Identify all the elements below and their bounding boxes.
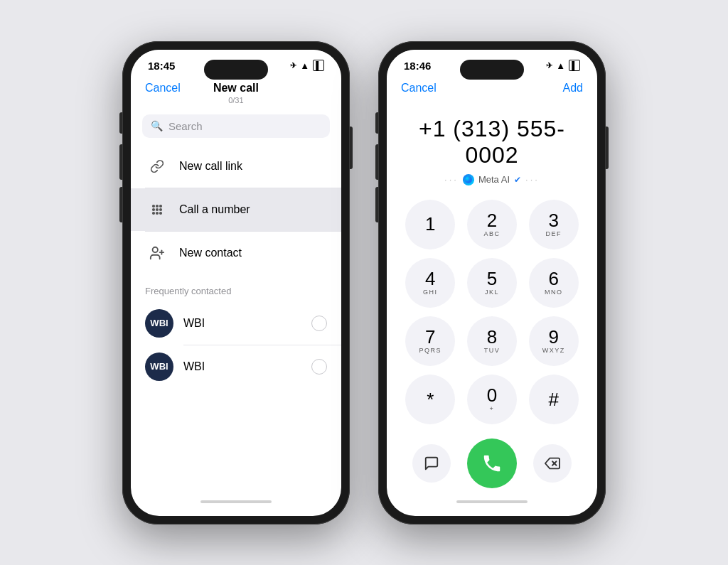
cancel-button-1[interactable]: Cancel	[145, 82, 181, 95]
battery-icon-2: ▌	[569, 60, 580, 71]
contact-avatar-2: WBI	[145, 353, 173, 381]
cancel-button-2[interactable]: Cancel	[401, 82, 437, 95]
phone-2-screen: 18:46 ✈ ▲ ▌ Cancel Add +1 (313) 555-0002…	[387, 50, 597, 516]
home-indicator-2	[456, 500, 528, 503]
contact-radio-2[interactable]	[311, 359, 327, 375]
airplane-icon-2: ✈	[546, 61, 552, 70]
svg-point-12	[465, 176, 472, 183]
contact-name-2: WBI	[183, 360, 301, 373]
key-star[interactable]: *	[405, 375, 455, 424]
meta-ai-row: ··· Meta AI ✔ ···	[387, 171, 597, 197]
meta-ai-dots-right: ···	[525, 174, 540, 185]
meta-ai-check-icon: ✔	[514, 175, 521, 185]
status-time-1: 18:45	[148, 60, 175, 72]
dialpad-icon	[145, 198, 169, 222]
meta-ai-label: Meta AI	[478, 174, 510, 185]
key-6[interactable]: 6 MNO	[529, 258, 579, 308]
status-time-2: 18:46	[404, 60, 431, 72]
svg-point-7	[156, 212, 159, 214]
svg-point-8	[160, 212, 162, 214]
keypad: 1 2 ABC 3 DEF 4 GHI 5 JKL	[387, 197, 597, 433]
menu-item-call-number[interactable]: Call a number	[131, 188, 341, 231]
meta-ai-icon	[463, 174, 474, 185]
svg-point-2	[160, 205, 162, 207]
link-icon	[145, 154, 169, 178]
key-9[interactable]: 9 WXYZ	[529, 316, 579, 366]
key-7[interactable]: 7 PQRS	[405, 316, 455, 366]
key-2[interactable]: 2 ABC	[467, 200, 517, 249]
svg-point-3	[153, 208, 155, 210]
new-contact-icon	[145, 241, 169, 265]
battery-icon: ▌	[313, 60, 324, 71]
backspace-button[interactable]	[533, 444, 572, 483]
wifi-icon: ▲	[300, 60, 309, 71]
menu-item-new-call-link[interactable]: New call link	[131, 145, 341, 188]
svg-point-5	[160, 208, 162, 210]
wifi-icon-2: ▲	[556, 60, 565, 71]
key-8[interactable]: 8 TUV	[467, 316, 517, 366]
key-5[interactable]: 5 JKL	[467, 258, 517, 308]
meta-ai-dots-left: ···	[444, 174, 459, 185]
dialer-actions	[387, 433, 597, 516]
new-contact-label: New contact	[179, 247, 242, 259]
phone-2: 18:46 ✈ ▲ ▌ Cancel Add +1 (313) 555-0002…	[378, 41, 606, 524]
message-button[interactable]	[412, 444, 451, 483]
key-1[interactable]: 1	[405, 200, 455, 249]
nav-title-block-1: New call 0/31	[213, 82, 259, 104]
phones-container: 18:45 ✈ ▲ ▌ Cancel New call 0/31 🔍	[122, 41, 606, 524]
home-indicator-1	[200, 500, 272, 503]
dynamic-island-1	[204, 60, 268, 80]
call-number-label: Call a number	[179, 203, 250, 216]
key-0[interactable]: 0 +	[467, 375, 517, 424]
status-icons-1: ✈ ▲ ▌	[290, 60, 324, 71]
nav-bar-2: Cancel Add	[387, 77, 597, 102]
add-button[interactable]: Add	[563, 82, 583, 95]
status-icons-2: ✈ ▲ ▌	[546, 60, 580, 71]
search-bar-1[interactable]: 🔍 Search	[142, 114, 330, 138]
nav-title-1: New call	[213, 82, 259, 95]
svg-point-0	[153, 205, 155, 207]
key-4[interactable]: 4 GHI	[405, 258, 455, 308]
section-header: Frequently contacted	[131, 274, 341, 302]
svg-point-6	[153, 212, 155, 214]
dynamic-island-2	[460, 60, 524, 80]
phone-1-screen: 18:45 ✈ ▲ ▌ Cancel New call 0/31 🔍	[131, 50, 341, 516]
phone-1: 18:45 ✈ ▲ ▌ Cancel New call 0/31 🔍	[122, 41, 350, 524]
svg-point-9	[153, 247, 158, 252]
search-placeholder: Search	[168, 120, 203, 132]
menu-item-new-contact[interactable]: New contact	[131, 232, 341, 274]
new-call-link-label: New call link	[179, 160, 242, 173]
contact-radio-1[interactable]	[311, 316, 327, 331]
airplane-icon: ✈	[290, 61, 296, 70]
contact-row-1[interactable]: WBI WBI	[131, 302, 341, 345]
contact-avatar-1: WBI	[145, 309, 173, 338]
key-hash[interactable]: #	[529, 375, 579, 424]
svg-point-4	[156, 208, 159, 210]
search-icon: 🔍	[151, 120, 163, 131]
dialer-number: +1 (313) 555-0002	[387, 102, 597, 171]
nav-subtitle-1: 0/31	[213, 96, 259, 104]
svg-point-1	[156, 205, 159, 207]
nav-bar-1: Cancel New call 0/31	[131, 77, 341, 112]
call-button[interactable]	[467, 438, 517, 488]
contact-row-2[interactable]: WBI WBI	[131, 345, 341, 388]
key-3[interactable]: 3 DEF	[529, 200, 579, 249]
contact-name-1: WBI	[183, 317, 301, 330]
